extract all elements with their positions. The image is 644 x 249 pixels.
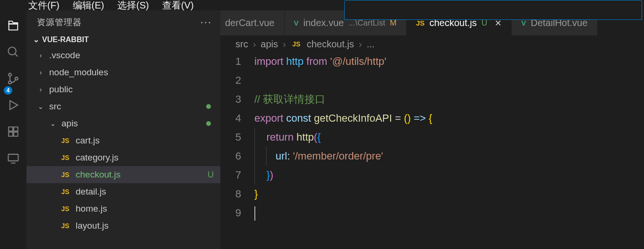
breadcrumb-tail[interactable]: ... xyxy=(366,39,374,50)
file-row[interactable]: JScheckout.jsU xyxy=(26,166,220,183)
file-name: src xyxy=(49,101,61,112)
source-control-icon[interactable] xyxy=(7,72,20,85)
command-center[interactable] xyxy=(344,0,642,20)
js-icon: JS xyxy=(60,171,71,178)
file-name: detail.js xyxy=(76,187,106,197)
svg-point-0 xyxy=(9,47,16,55)
breadcrumb[interactable]: src › apis › JS checkout.js › ... xyxy=(220,36,644,52)
git-status: U xyxy=(208,170,214,180)
svg-rect-8 xyxy=(9,132,13,136)
chevron-icon: › xyxy=(37,52,44,59)
file-row[interactable]: JShome.js xyxy=(26,200,220,217)
folder-row[interactable]: ›node_modules xyxy=(26,64,220,81)
menu-file[interactable]: 文件(F) xyxy=(28,0,60,12)
chevron-right-icon: › xyxy=(253,39,256,50)
chevron-icon: › xyxy=(37,69,44,76)
search-icon[interactable] xyxy=(7,45,20,59)
scm-badge: 4 xyxy=(4,86,12,95)
file-name: home.js xyxy=(76,204,107,214)
file-row[interactable]: JSdetail.js xyxy=(26,183,220,200)
vue-icon: V xyxy=(521,19,526,27)
menu-edit[interactable]: 编辑(E) xyxy=(73,0,104,12)
file-name: apis xyxy=(61,118,78,129)
file-name: .vscode xyxy=(49,50,80,61)
svg-point-4 xyxy=(15,77,18,80)
tab-label: derCart.vue xyxy=(225,18,275,28)
svg-rect-10 xyxy=(9,154,18,161)
file-row[interactable]: JScart.js xyxy=(26,132,220,149)
file-name: public xyxy=(49,84,73,95)
svg-point-3 xyxy=(9,81,11,84)
svg-rect-9 xyxy=(14,132,18,136)
svg-line-1 xyxy=(15,54,18,57)
code-editor[interactable]: 123456789 import http from '@/utils/http… xyxy=(220,52,644,222)
file-name: cart.js xyxy=(76,135,100,146)
explorer-sidebar: 资源管理器 ··· ⌄ VUE-RABBIT ›.vscode›node_mod… xyxy=(26,10,220,249)
run-icon[interactable] xyxy=(7,98,20,112)
js-icon: JS xyxy=(60,137,71,144)
file-row[interactable]: JSlayout.js xyxy=(26,217,220,234)
svg-rect-6 xyxy=(9,127,13,131)
folder-row[interactable]: ›public xyxy=(26,81,220,98)
line-gutter: 123456789 xyxy=(220,52,254,222)
chevron-right-icon: › xyxy=(283,39,286,50)
tab-label: index.vue xyxy=(304,18,344,28)
js-icon: JS xyxy=(416,19,425,27)
more-icon[interactable]: ··· xyxy=(200,16,212,28)
chevron-icon: ⌄ xyxy=(49,120,57,127)
file-tree: ›.vscode›node_modules›public⌄src⌄apisJSc… xyxy=(26,47,220,234)
folder-row[interactable]: ⌄src xyxy=(26,98,220,115)
code-lines[interactable]: import http from '@/utils/http' // 获取详情接… xyxy=(254,52,644,222)
js-icon: JS xyxy=(60,205,71,213)
svg-rect-7 xyxy=(14,127,18,131)
file-name: layout.js xyxy=(76,221,109,231)
project-name: VUE-RABBIT xyxy=(42,36,89,44)
activity-bar: 4 xyxy=(0,10,26,249)
js-icon: JS xyxy=(291,40,302,48)
chevron-icon: › xyxy=(37,86,44,93)
editor-tab[interactable]: derCart.vue xyxy=(220,10,285,36)
breadcrumb-part[interactable]: src xyxy=(235,39,248,50)
chevron-down-icon: ⌄ xyxy=(33,35,39,44)
file-name: node_modules xyxy=(49,67,108,78)
vue-icon: V xyxy=(294,19,299,27)
breadcrumb-file[interactable]: checkout.js xyxy=(307,39,354,50)
js-icon: JS xyxy=(60,222,71,230)
file-name: checkout.js xyxy=(76,169,121,180)
menu-view[interactable]: 查看(V) xyxy=(162,0,194,12)
menubar: 文件(F) 编辑(E) 选择(S) 查看(V) xyxy=(0,0,644,10)
menu-select[interactable]: 选择(S) xyxy=(117,0,149,12)
chevron-right-icon: › xyxy=(359,39,362,50)
folder-row[interactable]: ⌄apis xyxy=(26,115,220,132)
remote-icon[interactable] xyxy=(7,151,20,165)
chevron-icon: ⌄ xyxy=(37,103,44,110)
extensions-icon[interactable] xyxy=(7,125,20,138)
svg-point-2 xyxy=(9,73,11,76)
js-icon: JS xyxy=(60,154,71,161)
js-icon: JS xyxy=(60,188,71,196)
file-row[interactable]: JScategory.js xyxy=(26,149,220,166)
svg-marker-5 xyxy=(10,101,17,110)
file-name: category.js xyxy=(76,152,118,163)
sidebar-title: 资源管理器 xyxy=(37,17,82,28)
text-cursor xyxy=(254,206,255,221)
explorer-icon[interactable] xyxy=(7,19,20,32)
breadcrumb-part[interactable]: apis xyxy=(261,39,278,50)
editor-area: derCart.vueVindex.vue...\CartListMJSchec… xyxy=(220,10,644,249)
project-header[interactable]: ⌄ VUE-RABBIT xyxy=(26,33,220,47)
folder-row[interactable]: ›.vscode xyxy=(26,47,220,64)
